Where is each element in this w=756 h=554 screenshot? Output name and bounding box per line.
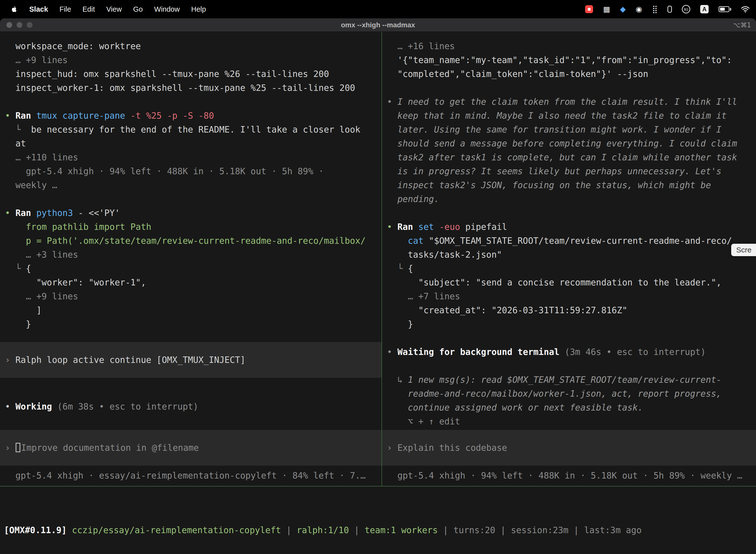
terminal-line: readme-and-reco/mailbox/worker-1.json, a… (387, 387, 754, 401)
terminal-line: inspect_worker-1: omx sparkshell --tmux-… (5, 81, 379, 95)
terminal-line: … +3 lines (5, 248, 379, 262)
right-pane-bottom: › Explain this codebase gpt-5.4 xhigh · … (387, 430, 754, 483)
menu-bar-left: Slack FileEditViewGoWindowHelp (10, 5, 206, 13)
left-pane-bottom: › Improve documentation in @filename gpt… (5, 430, 379, 483)
terminal-line: "worker": "worker-1", (5, 276, 379, 289)
window-title: omx --xhigh --madmax (0, 21, 756, 29)
terminal-line: └ { (387, 262, 754, 276)
battery-cap (730, 8, 731, 11)
battery-fill (720, 8, 725, 11)
screenshot-toast[interactable]: Scre (731, 244, 756, 256)
terminal-line: continue assigned work or next feasible … (387, 401, 754, 414)
terminal-line: tasks/task-2.json" (387, 248, 754, 262)
terminal-line: should send a message before completing … (387, 136, 754, 151)
terminal-line: … +9 lines (5, 53, 379, 67)
window-shortcut-label: ⌥⌘1 (733, 21, 756, 29)
right-pane[interactable]: … +16 lines '{"team_name":"my-team","tas… (382, 32, 756, 486)
terminal-line: • I need to get the claim token from the… (387, 95, 754, 109)
terminal-line: gpt-5.4 xhigh · 94% left · 488K in · 5.1… (5, 164, 379, 178)
terminal-line: pending. (387, 192, 754, 206)
menu-go[interactable]: Go (133, 5, 143, 13)
terminal-line (5, 192, 379, 206)
prompt-strip[interactable]: › Explain this codebase (382, 430, 756, 466)
terminal-line: inspect task2's JSON, focusing on the st… (387, 178, 754, 192)
terminal-line (387, 81, 754, 95)
prompt-strip[interactable]: › Improve documentation in @filename (0, 430, 381, 466)
grid-icon[interactable]: ▦ (603, 5, 610, 13)
prompt-strip[interactable]: › Ralph loop active continue [OMX_TMUX_I… (0, 342, 381, 378)
terminal-line: [OMX#0.11.9] cczip/essay/ai-reimplementa… (4, 523, 752, 537)
terminal-line: • Working (6m 38s • esc to interrupt) (5, 400, 379, 413)
minimize-button[interactable] (17, 22, 22, 28)
window-controls (0, 22, 33, 28)
left-pane-content: workspace_mode: worktree … +9 lines insp… (5, 39, 379, 413)
terminal-line: … +110 lines (5, 151, 379, 164)
terminal-line: '{"team_name":"my-team","task_id":"1","f… (387, 53, 754, 67)
terminal-line: … +7 lines (387, 289, 754, 303)
terminal-line: at (5, 136, 379, 151)
zoom-button[interactable] (27, 22, 33, 28)
terminal-line: keep that in mind. Maybe I also need the… (387, 109, 754, 123)
apple-menu-icon[interactable] (10, 5, 18, 13)
terminal-line: cat "$OMX_TEAM_STATE_ROOT/team/review-cu… (387, 234, 754, 248)
recording-indicator-icon[interactable] (585, 5, 593, 13)
terminal-line: … +16 lines (387, 39, 754, 53)
wifi-icon[interactable] (741, 6, 750, 12)
menu-help[interactable]: Help (191, 5, 206, 13)
left-pane[interactable]: workspace_mode: worktree … +9 lines insp… (0, 32, 381, 486)
input-source-label: A (702, 6, 707, 13)
terminal-line: • Waiting for background terminal (3m 46… (387, 345, 754, 359)
terminal-line: ⌥ + ↑ edit (387, 414, 754, 428)
terminal-line: p = Path('.omx/state/team/review-current… (5, 234, 379, 248)
close-button[interactable] (6, 22, 12, 28)
dots-grid-icon[interactable]: ⣿ (652, 5, 657, 13)
menu-bar-status-icons: ▦ ◆ ◉ ⣿ 61 A (585, 5, 750, 13)
battery-percent-label: 61 (684, 7, 688, 11)
battery-icon[interactable] (718, 6, 731, 12)
terminal-line: ↳ 1 new msg(s): read $OMX_TEAM_STATE_ROO… (387, 373, 754, 387)
menu-view[interactable]: View (107, 5, 122, 13)
device-icon[interactable] (668, 6, 672, 13)
omx-status-line: [OMX#0.11.9] cczip/essay/ai-reimplementa… (4, 523, 752, 537)
terminal-line: gpt-5.4 xhigh · essay/ai-reimplementatio… (5, 468, 379, 483)
terminal-line: ] (5, 303, 379, 317)
omx-status-bar: [OMX#0.11.9] cczip/essay/ai-reimplementa… (0, 487, 756, 554)
right-pane-content: … +16 lines '{"team_name":"my-team","tas… (387, 39, 754, 428)
window-titlebar[interactable]: omx --xhigh --madmax ⌥⌘1 (0, 18, 756, 32)
menu-edit[interactable]: Edit (82, 5, 95, 13)
battery-body (718, 6, 730, 12)
menu-file[interactable]: File (60, 5, 71, 13)
terminal-line: from pathlib import Path (5, 220, 379, 234)
terminal-line: } (387, 317, 754, 331)
terminal-line: workspace_mode: worktree (5, 39, 379, 53)
terminal-line: task2 after task1 is complete, but can I… (387, 151, 754, 164)
terminal-line: } (5, 317, 379, 331)
terminal-line: • Ran tmux capture-pane -t %25 -p -S -80 (5, 109, 379, 123)
terminal-line: └ { (5, 262, 379, 276)
text-cursor (16, 443, 20, 452)
app-dark-icon[interactable]: ◉ (636, 5, 642, 13)
terminal-line: • Ran python3 - <<'PY' (5, 206, 379, 220)
terminal-line (387, 206, 754, 220)
terminal-line (387, 331, 754, 345)
terminal-line: "subject": "send a concise recommendatio… (387, 276, 754, 289)
app-blue-icon[interactable]: ◆ (620, 5, 626, 13)
terminal-line (5, 95, 379, 109)
terminal-line: is in progress? It seems likely but perh… (387, 164, 754, 178)
terminal-line: … +9 lines (5, 289, 379, 303)
terminal-line: weekly … (5, 178, 379, 192)
tmux-panes: workspace_mode: worktree … +9 lines insp… (0, 32, 756, 486)
terminal-line: • Ran set -euo pipefail (387, 220, 754, 234)
screen: Slack FileEditViewGoWindowHelp ▦ ◆ ◉ ⣿ 6… (0, 0, 756, 554)
terminal-line: gpt-5.4 xhigh · 94% left · 488K in · 5.1… (387, 468, 754, 483)
terminal-line (387, 359, 754, 373)
input-source-icon[interactable]: A (700, 5, 709, 13)
battery-ring-icon[interactable]: 61 (682, 5, 690, 13)
menu-bar: Slack FileEditViewGoWindowHelp ▦ ◆ ◉ ⣿ 6… (0, 0, 756, 18)
menu-window[interactable]: Window (154, 5, 180, 13)
terminal-window: omx --xhigh --madmax ⌥⌘1 workspace_mode:… (0, 18, 756, 554)
terminal-line: └ be necessary for the end of the README… (5, 123, 379, 136)
menu-app-name[interactable]: Slack (29, 5, 48, 13)
terminal-line: later. Using the same for transition mig… (387, 123, 754, 136)
terminal-line: "created_at": "2026-03-31T11:59:27.816Z" (387, 303, 754, 317)
